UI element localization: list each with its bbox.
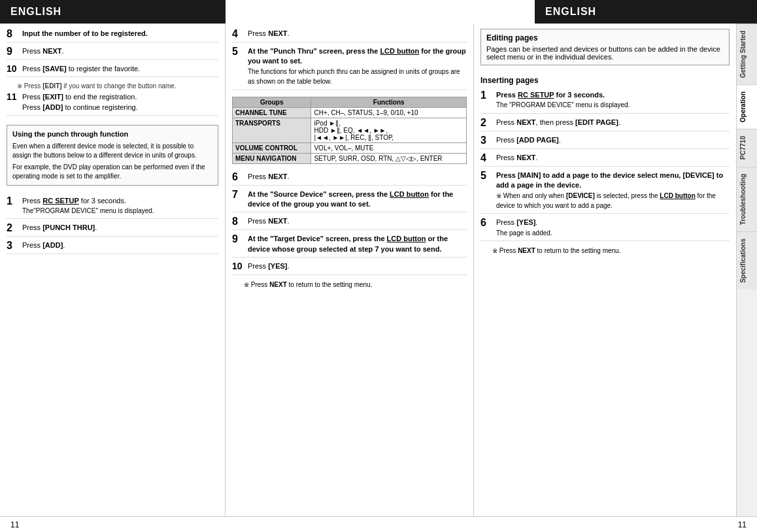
table-cell-group-4: MENU NAVIGATION xyxy=(233,153,311,163)
table-row: VOLUME CONTROL VOL+, VOL–, MUTE xyxy=(233,142,467,153)
header-left: ENGLISH xyxy=(0,0,226,24)
table-cell-func-2: iPod ►‖,HDD ►‖, EQ, ◄◄, ►►,|◄◄, ►►|, REC… xyxy=(311,118,467,142)
ins-step-2-content: Press NEXT, then press [EDIT PAGE]. xyxy=(496,118,730,127)
sidebar-tab-pc7710[interactable]: PC7710 xyxy=(737,129,757,166)
table-header-groups: Groups xyxy=(233,97,311,107)
table-cell-func-3: VOL+, VOL–, MUTE xyxy=(311,142,467,153)
editing-pages-text: Pages can be inserted and devices or but… xyxy=(486,45,724,61)
editing-pages-title: Editing pages xyxy=(486,33,724,42)
sidebar-tab-getting-started[interactable]: Getting Started xyxy=(737,24,757,84)
ins-step-num-2: 2 xyxy=(480,118,494,128)
ins-step-num-1: 1 xyxy=(480,90,494,101)
step-11-content: Press [EXIT] to end the registration. Pr… xyxy=(22,92,218,112)
punch-through-info-box: Using the punch through function Even wh… xyxy=(7,125,218,185)
mid-step-4: 4 Press NEXT. xyxy=(232,29,467,42)
mid-step-5: 5 At the "Punch Thru" screen, press the … xyxy=(232,46,467,90)
step-10-content: Press [SAVE] to register the favorite. xyxy=(22,64,218,74)
mid-step-10: 10 Press [YES]. xyxy=(232,261,467,274)
table-row: MENU NAVIGATION SETUP, SURR, OSD, RTN, △… xyxy=(233,153,467,163)
step-8-content: Input the number of to be registered. xyxy=(22,29,218,39)
punch-through-title: Using the punch through function xyxy=(12,129,212,139)
mid-step-num-8: 8 xyxy=(232,216,245,227)
ins-step-3-content: Press [ADD PAGE]. xyxy=(496,135,730,145)
ins-step-3: 3 Press [ADD PAGE]. xyxy=(480,135,730,149)
step-num-9: 9 xyxy=(7,46,20,57)
punch-table: Groups Functions CHANNEL TUNE CH+, CH–, … xyxy=(232,97,467,164)
step-8: 8 Input the number of to be registered. xyxy=(7,29,218,42)
mid-step-7-content: At the "Source Device" screen, press the… xyxy=(248,190,467,210)
table-header-functions: Functions xyxy=(311,97,467,107)
sidebar: Getting Started Operation PC7710 Trouble… xyxy=(736,24,757,516)
ins-step-4-content: Press NEXT. xyxy=(496,153,730,163)
ins-step-num-5: 5 xyxy=(480,171,494,181)
inserting-pages-heading: Inserting pages xyxy=(480,76,730,85)
punch-step-3: 3 Press [ADD]. xyxy=(7,241,218,254)
footer: 11 11 xyxy=(0,516,757,532)
right-column: Editing pages Pages can be inserted and … xyxy=(474,24,736,516)
step-10: 10 Press [SAVE] to register the favorite… xyxy=(7,64,218,77)
step-10-note: ※ Press [EDIT] if you want to change the… xyxy=(17,82,218,90)
punch-step-num-1: 1 xyxy=(7,196,20,207)
ins-step-6: 6 Press [YES]. The page is added. xyxy=(480,218,730,241)
punch-step-num-2: 2 xyxy=(7,223,20,233)
punch-step-num-3: 3 xyxy=(7,241,20,251)
table-cell-func-1: CH+, CH–, STATUS, 1–9, 0/10, +10 xyxy=(311,107,467,118)
mid-step-num-10: 10 xyxy=(232,261,245,271)
ins-step-2: 2 Press NEXT, then press [EDIT PAGE]. xyxy=(480,118,730,131)
punch-step-3-content: Press [ADD]. xyxy=(22,241,218,250)
mid-step-6: 6 Press NEXT. xyxy=(232,172,467,186)
punch-through-text2: For example, the DVD play operation can … xyxy=(12,163,212,181)
mid-column: 4 Press NEXT. 5 At the "Punch Thru" scre… xyxy=(226,24,474,516)
punch-step-1: 1 Press RC SETUP for 3 seconds. The"PROG… xyxy=(7,196,218,220)
mid-step-num-5: 5 xyxy=(232,46,245,57)
table-cell-group-1: CHANNEL TUNE xyxy=(233,107,311,118)
header: ENGLISH ENGLISH xyxy=(0,0,757,24)
ins-step-num-4: 4 xyxy=(480,153,494,163)
footer-page-right: 11 xyxy=(738,520,747,529)
mid-step-5-content: At the "Punch Thru" screen, press the LC… xyxy=(248,46,467,87)
punch-step-2-content: Press [PUNCH THRU]. xyxy=(22,223,218,233)
footer-page-left: 11 xyxy=(10,520,19,529)
table-cell-group-2: TRANSPORTS xyxy=(233,118,311,142)
header-center xyxy=(226,0,535,24)
mid-step-4-content: Press NEXT. xyxy=(248,29,467,39)
table-row: TRANSPORTS iPod ►‖,HDD ►‖, EQ, ◄◄, ►►,|◄… xyxy=(233,118,467,142)
ins-step-num-3: 3 xyxy=(480,135,494,146)
mid-step-10-content: Press [YES]. xyxy=(248,261,467,271)
ins-step-num-6: 6 xyxy=(480,218,494,228)
ins-step-6-note: ※ Press NEXT to return to the setting me… xyxy=(492,246,730,256)
mid-step-9: 9 At the "Target Device" screen, press t… xyxy=(232,234,467,258)
left-column: 8 Input the number of to be registered. … xyxy=(0,24,226,516)
sidebar-tab-specifications[interactable]: Specifications xyxy=(737,231,757,290)
mid-step-8-content: Press NEXT. xyxy=(248,216,467,226)
punch-step-1-content: Press RC SETUP for 3 seconds. The"PROGRA… xyxy=(22,196,218,216)
mid-step-num-7: 7 xyxy=(232,190,245,200)
mid-step-num-4: 4 xyxy=(232,29,245,39)
mid-step-7: 7 At the "Source Device" screen, press t… xyxy=(232,190,467,213)
ins-step-6-content: Press [YES]. The page is added. xyxy=(496,218,730,238)
editing-pages-box: Editing pages Pages can be inserted and … xyxy=(480,29,730,65)
step-9-content: Press NEXT. xyxy=(22,46,218,56)
ins-step-1: 1 Press RC SETUP for 3 seconds. The "PRO… xyxy=(480,90,730,114)
ins-step-1-content: Press RC SETUP for 3 seconds. The "PROGR… xyxy=(496,90,730,110)
mid-step-num-9: 9 xyxy=(232,234,245,244)
step-num-11: 11 xyxy=(7,92,20,101)
punch-step-2: 2 Press [PUNCH THRU]. xyxy=(7,223,218,237)
punch-through-text1: Even when a different device mode is sel… xyxy=(12,142,212,160)
ins-step-5: 5 Press [MAIN] to add a page to the devi… xyxy=(480,171,730,214)
step-num-8: 8 xyxy=(7,29,20,39)
mid-step-8: 8 Press NEXT. xyxy=(232,216,467,230)
sidebar-tab-operation[interactable]: Operation xyxy=(737,84,757,129)
ins-step-5-content: Press [MAIN] to add a page to the device… xyxy=(496,171,730,211)
mid-step-6-content: Press NEXT. xyxy=(248,172,467,182)
mid-step-9-content: At the "Target Device" screen, press the… xyxy=(248,234,467,254)
ins-step-4: 4 Press NEXT. xyxy=(480,153,730,167)
sidebar-tab-troubleshooting[interactable]: Troubleshooting xyxy=(737,167,757,231)
mid-asterisk-note: ※ Press NEXT to return to the setting me… xyxy=(244,280,467,290)
step-num-10: 10 xyxy=(7,64,20,73)
step-9: 9 Press NEXT. xyxy=(7,46,218,60)
mid-step-num-6: 6 xyxy=(232,172,245,182)
table-cell-group-3: VOLUME CONTROL xyxy=(233,142,311,153)
table-cell-func-4: SETUP, SURR, OSD, RTN, △▽◁▷, ENTER xyxy=(311,153,467,163)
table-row: CHANNEL TUNE CH+, CH–, STATUS, 1–9, 0/10… xyxy=(233,107,467,118)
